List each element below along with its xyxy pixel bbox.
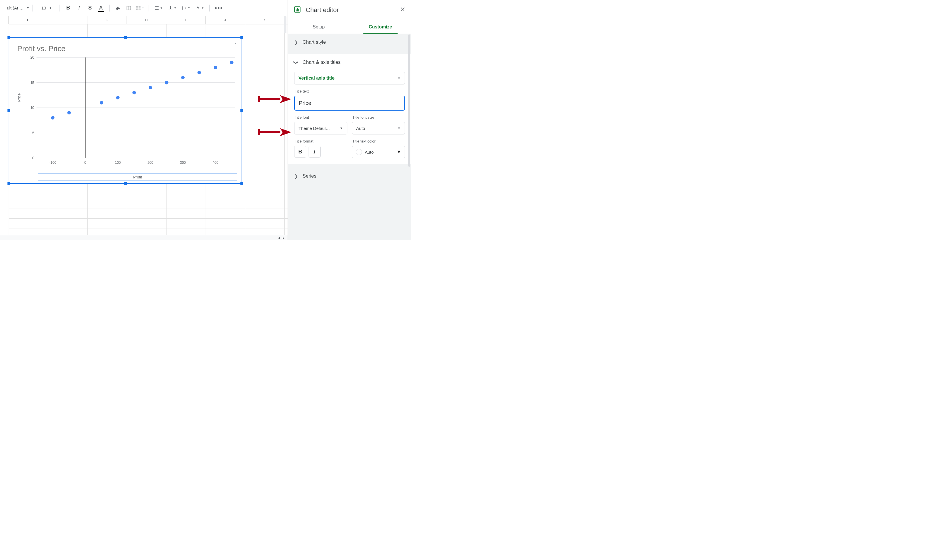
text-rotation-button[interactable]: ▼ xyxy=(193,3,206,13)
font-size-select[interactable]: 10 ▼ xyxy=(36,3,56,13)
vertical-align-button[interactable]: ▼ xyxy=(166,3,178,13)
panel-scrollbar[interactable] xyxy=(408,34,410,167)
more-toolbar-button[interactable]: ••• xyxy=(213,3,225,13)
title-text-input[interactable] xyxy=(294,96,405,111)
svg-text:-100: -100 xyxy=(49,161,56,165)
panel-title: Chart editor xyxy=(306,6,395,14)
resize-handle[interactable] xyxy=(241,182,243,185)
y-axis-title[interactable]: Price xyxy=(17,93,21,102)
chevron-down-icon: ▼ xyxy=(340,126,343,130)
scroll-right-icon[interactable]: ► xyxy=(282,236,285,240)
bold-button[interactable]: B xyxy=(63,3,73,13)
svg-text:400: 400 xyxy=(213,161,218,165)
column-header[interactable]: G xyxy=(88,16,127,24)
select-all-corner[interactable] xyxy=(0,16,9,24)
paint-bucket-icon xyxy=(115,5,121,11)
column-header[interactable]: K xyxy=(245,16,284,24)
title-italic-button[interactable]: I xyxy=(309,146,321,158)
title-format-label: Title format xyxy=(295,139,347,143)
title-text-label: Title text xyxy=(295,89,404,93)
column-header[interactable]: F xyxy=(48,16,88,24)
font-family-value: ult (Ari… xyxy=(7,5,23,10)
scroll-left-icon[interactable]: ◄ xyxy=(277,236,280,240)
title-text-color-label: Title text color xyxy=(353,139,404,143)
section-toggle-chart-style[interactable]: ❯ Chart style xyxy=(288,34,411,51)
column-header[interactable]: H xyxy=(127,16,166,24)
strikethrough-button[interactable]: S xyxy=(85,3,95,13)
svg-point-24 xyxy=(165,81,168,85)
title-type-select[interactable]: Vertical axis title ▼ xyxy=(294,72,405,85)
chart-editor-panel: Chart editor Setup Customize ❯ Chart sty… xyxy=(288,0,411,240)
panel-body: ❯ Chart style ❯ Chart & axis titles Vert… xyxy=(288,34,411,240)
svg-rect-31 xyxy=(297,8,298,11)
title-font-size-select[interactable]: Auto ▼ xyxy=(352,122,405,134)
close-button[interactable] xyxy=(400,6,406,14)
svg-point-23 xyxy=(149,86,152,89)
svg-point-21 xyxy=(116,96,120,99)
title-type-value: Vertical axis title xyxy=(298,75,335,81)
toolbar-separator xyxy=(148,5,148,11)
x-axis-title[interactable]: Profit xyxy=(38,174,237,180)
section-toggle-chart-axis-titles[interactable]: ❯ Chart & axis titles xyxy=(288,54,411,71)
fill-color-button[interactable] xyxy=(113,3,123,13)
title-bold-button[interactable]: B xyxy=(294,146,306,158)
svg-point-25 xyxy=(181,76,185,79)
svg-text:10: 10 xyxy=(31,106,34,110)
title-font-label: Title font xyxy=(295,115,347,120)
svg-point-27 xyxy=(214,66,217,69)
resize-handle[interactable] xyxy=(241,109,243,112)
svg-point-19 xyxy=(67,111,71,115)
chevron-down-icon: ▼ xyxy=(397,77,401,80)
svg-text:0: 0 xyxy=(84,161,86,165)
svg-rect-30 xyxy=(296,9,297,11)
panel-header: Chart editor xyxy=(288,0,411,20)
borders-button[interactable] xyxy=(124,3,134,13)
tab-setup[interactable]: Setup xyxy=(288,20,350,34)
tab-customize[interactable]: Customize xyxy=(350,20,412,34)
svg-point-18 xyxy=(51,116,55,120)
toolbar-separator xyxy=(209,5,210,11)
toolbar-separator xyxy=(32,5,32,11)
font-family-select[interactable]: ult (Ari… ▼ xyxy=(3,3,29,13)
toolbar-separator xyxy=(109,5,110,11)
text-color-button[interactable]: A xyxy=(96,3,106,13)
vertical-scrollbar[interactable] xyxy=(284,16,286,33)
column-header[interactable]: J xyxy=(205,16,245,24)
svg-point-28 xyxy=(230,61,233,65)
column-headers: E F G H I J K xyxy=(0,16,288,24)
section-chart-style: ❯ Chart style xyxy=(288,34,411,51)
svg-text:5: 5 xyxy=(32,131,34,135)
chevron-down-icon: ▼ xyxy=(397,126,401,130)
italic-button[interactable]: I xyxy=(74,3,84,13)
text-rotation-icon xyxy=(195,5,201,11)
merge-cells-button[interactable]: ▼ xyxy=(135,3,145,13)
svg-rect-32 xyxy=(298,9,299,11)
chart-title[interactable]: Profit vs. Price xyxy=(17,44,66,53)
title-font-select[interactable]: Theme Defaul… ▼ xyxy=(294,122,347,134)
svg-text:20: 20 xyxy=(31,55,34,60)
grid-body[interactable]: ⋮ Profit vs. Price Price 05101520-100010… xyxy=(0,24,288,235)
svg-point-20 xyxy=(100,101,103,105)
resize-handle[interactable] xyxy=(8,182,10,185)
column-header[interactable]: E xyxy=(9,16,48,24)
horizontal-scrollbar[interactable]: ◄ ► xyxy=(0,235,288,240)
resize-handle[interactable] xyxy=(8,36,10,39)
horizontal-align-button[interactable]: ▼ xyxy=(152,3,165,13)
font-size-value: 10 xyxy=(42,5,46,10)
title-text-color-select[interactable]: Auto ▼ xyxy=(352,146,405,158)
resize-handle[interactable] xyxy=(124,36,127,39)
section-toggle-series[interactable]: ❯ Series xyxy=(288,168,411,185)
text-wrap-button[interactable]: ▼ xyxy=(179,3,192,13)
resize-handle[interactable] xyxy=(124,182,127,185)
text-overflow-icon xyxy=(182,5,187,11)
title-font-size-label: Title font size xyxy=(353,115,404,120)
column-header[interactable]: I xyxy=(166,16,205,24)
resize-handle[interactable] xyxy=(241,36,243,39)
chevron-down-icon: ▼ xyxy=(26,6,29,9)
chart-menu-button[interactable]: ⋮ xyxy=(233,41,238,43)
chevron-right-icon: ❯ xyxy=(294,40,298,45)
embedded-chart[interactable]: ⋮ Profit vs. Price Price 05101520-100010… xyxy=(9,37,242,184)
resize-handle[interactable] xyxy=(8,109,10,112)
chevron-down-icon: ▼ xyxy=(49,6,52,9)
valign-bottom-icon xyxy=(168,5,173,11)
